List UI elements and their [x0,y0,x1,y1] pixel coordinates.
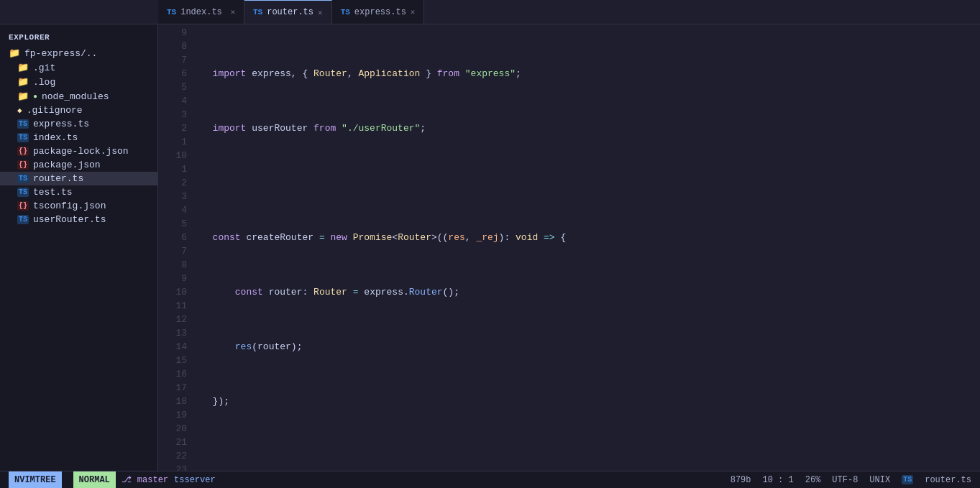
dot-circle-icon: ● [33,93,37,101]
status-lsp: tsserver [174,475,216,485]
tab-express[interactable]: TS express.ts ✕ [332,0,425,24]
code-line-9: import express, { Router, Application } … [196,67,980,80]
status-position: 10 : 1 [763,475,794,485]
tab-router-close[interactable]: ✕ [318,8,323,17]
sidebar-package-label: package.json [33,160,101,170]
code-line-6: const createRouter = new Promise<Router>… [196,231,980,244]
code-line-3: }); [196,395,980,408]
code-line-7 [196,176,980,190]
sidebar-title: EXPLORER [0,27,157,46]
sidebar-item-package[interactable]: {} package.json [0,158,157,172]
status-percent: 26% [805,475,821,485]
ts-badge-express: TS [341,8,350,17]
status-branch-icon: ⎇ [122,474,132,485]
code-line-8: import userRouter from "./userRouter"; [196,121,980,135]
sidebar-item-index-ts[interactable]: TS index.ts [0,131,157,144]
sidebar-log-label: .log [33,77,55,88]
sidebar-index-ts-label: index.ts [33,132,78,143]
status-size: 879b [731,475,751,485]
tab-router[interactable]: TS router.ts ✕ [244,0,332,24]
sidebar-item-git[interactable]: 📁 .git [0,60,157,75]
sidebar: EXPLORER 📁 fp-express/.. 📁 .git 📁 .log 📁… [0,24,158,471]
sidebar-item-nodemodules[interactable]: 📁 ● node_modules [0,89,157,103]
main-layout: EXPLORER 📁 fp-express/.. 📁 .git 📁 .log 📁… [0,24,980,471]
sidebar-item-tsconfig[interactable]: {} tsconfig.json [0,199,157,213]
code-line-4: res(router); [196,340,980,354]
status-left: NVIMTREE NORMAL ⎇ master tsserver [9,471,216,489]
sidebar-gitignore-label: .gitignore [27,105,83,116]
code-content[interactable]: import express, { Router, Application } … [196,24,980,471]
folder-log-icon: 📁 [17,76,29,88]
ts-badge-index: TS [167,8,176,17]
file-ts-icon-userrouter: TS [17,215,29,224]
sidebar-item-express-ts[interactable]: TS express.ts [0,117,157,131]
file-json-icon-tsconfig: {} [17,201,29,211]
code-line-5: const router: Router = express.Router(); [196,285,980,299]
sidebar-item-userrouter-ts[interactable]: TS userRouter.ts [0,213,157,226]
file-ts-icon-index: TS [17,133,29,142]
ts-badge-router: TS [253,8,262,17]
sidebar-root-label: fp-express/.. [24,48,97,59]
sidebar-express-ts-label: express.ts [33,119,89,129]
tab-index[interactable]: TS index.ts ✕ [158,0,244,24]
line-numbers: 9 8 7 6 5 4 3 2 1 10 1 2 3 4 5 6 7 8 9 1… [158,24,196,471]
sidebar-git-label: .git [33,63,55,73]
file-ts-icon-express: TS [17,119,29,129]
file-ts-icon-router: TS [17,174,29,183]
status-mode-badge: NORMAL [73,471,116,489]
tab-index-close[interactable]: ✕ [230,7,235,17]
tab-express-label: express.ts [354,7,406,17]
code-container: 9 8 7 6 5 4 3 2 1 10 1 2 3 4 5 6 7 8 9 1… [158,24,980,471]
code-line-2 [196,449,980,463]
sidebar-test-ts-label: test.ts [33,187,73,198]
sidebar-root[interactable]: 📁 fp-express/.. [0,46,157,60]
tab-index-label: index.ts [180,7,222,17]
status-os: UNIX [869,475,890,485]
file-ts-icon-test: TS [17,188,29,197]
sidebar-tsconfig-label: tsconfig.json [33,201,106,211]
sidebar-item-log[interactable]: 📁 .log [0,75,157,89]
status-encoding: UTF-8 [832,475,858,485]
sidebar-item-gitignore[interactable]: ◆ .gitignore [0,103,157,117]
folder-nodemodules-icon: 📁 [17,91,29,102]
sidebar-router-ts-label: router.ts [33,173,83,184]
status-bar: NVIMTREE NORMAL ⎇ master tsserver 879b 1… [0,471,980,488]
folder-git-icon: 📁 [17,62,29,73]
file-json-icon-pkg: {} [17,160,29,170]
sidebar-userrouter-ts-label: userRouter.ts [33,214,106,225]
status-nvim-badge: NVIMTREE [9,471,62,489]
status-branch: master [137,475,168,485]
sidebar-nodemodules-label: node_modules [42,91,109,102]
tab-express-close[interactable]: ✕ [411,7,416,17]
status-right: 879b 10 : 1 26% UTF-8 UNIX TS router.ts [731,475,971,485]
file-json-icon-pkglock: {} [17,147,29,156]
folder-root-icon: 📁 [9,47,20,59]
sidebar-item-package-lock[interactable]: {} package-lock.json [0,144,157,158]
file-gitignore-icon: ◆ [17,106,22,115]
tab-router-label: router.ts [267,7,313,17]
sidebar-item-router-ts[interactable]: TS router.ts [0,172,157,185]
status-file-badge: TS [902,475,913,484]
sidebar-package-lock-label: package-lock.json [33,146,129,157]
tab-bar: TS index.ts ✕ TS router.ts ✕ TS express.… [0,0,980,24]
sidebar-item-test-ts[interactable]: TS test.ts [0,185,157,199]
status-filename: router.ts [925,475,971,485]
editor-area[interactable]: 9 8 7 6 5 4 3 2 1 10 1 2 3 4 5 6 7 8 9 1… [158,24,980,471]
